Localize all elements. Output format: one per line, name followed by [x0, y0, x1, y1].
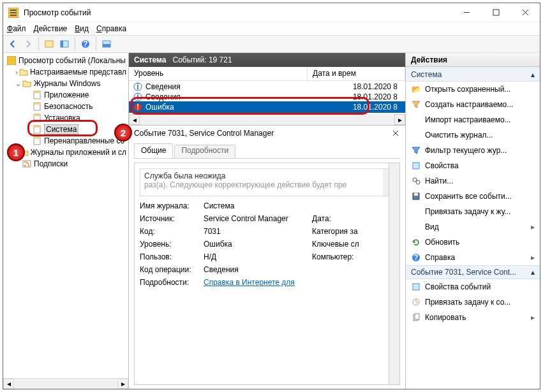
- event-message: Служба была неожида раз(а). Следующее ко…: [140, 168, 394, 196]
- svg-text:!: !: [137, 103, 139, 112]
- center-panel: Система Событий: 19 721 Уровень Дата и в…: [129, 53, 406, 389]
- svg-rect-23: [34, 126, 40, 127]
- col-date[interactable]: Дата и врем: [308, 67, 405, 80]
- subs-icon: [22, 159, 32, 169]
- svg-rect-40: [414, 193, 418, 196]
- svg-rect-1: [10, 10, 17, 11]
- tree-application[interactable]: Приложение: [5, 89, 126, 101]
- action-import-custom[interactable]: Импорт настраиваемо...: [406, 112, 540, 127]
- menu-help[interactable]: Справка: [96, 24, 126, 33]
- folder-open-icon: 📂: [411, 84, 421, 94]
- find-icon: [411, 176, 421, 186]
- svg-rect-2: [10, 12, 17, 13]
- actions-section-event[interactable]: Событие 7031, Service Cont...▴: [406, 265, 540, 279]
- tree-custom-views[interactable]: › Настраиваемые представл: [5, 66, 126, 78]
- event-list: Уровень Дата и врем i Сведения 18.01.202…: [129, 67, 405, 126]
- action-view[interactable]: Вид▸: [406, 219, 540, 235]
- svg-rect-10: [61, 41, 63, 47]
- forward-button[interactable]: [21, 37, 35, 51]
- show-hide-tree-button[interactable]: [42, 37, 56, 51]
- action-event-properties[interactable]: Свойства событий: [406, 279, 540, 294]
- collapse-icon: ▴: [531, 268, 535, 277]
- log-icon: [32, 124, 42, 134]
- menu-action[interactable]: Действие: [34, 24, 68, 33]
- action-attach-task[interactable]: Привязать задачу к жу...: [406, 204, 540, 219]
- action-create-custom[interactable]: Создать настраиваемо...: [406, 97, 540, 112]
- expand-icon[interactable]: ›: [14, 68, 19, 76]
- menubar: Файл Действие Вид Справка: [3, 22, 540, 35]
- callout-badge-1: 1: [7, 143, 25, 161]
- callout-badge-2: 2: [114, 124, 132, 142]
- svg-rect-14: [103, 44, 110, 47]
- action-save-all[interactable]: Сохранить все событи...: [406, 189, 540, 204]
- action-properties[interactable]: Свойства: [406, 158, 540, 173]
- menu-view[interactable]: Вид: [75, 24, 89, 33]
- tree-windows-logs[interactable]: ⌄ Журналы Windows: [5, 78, 126, 89]
- log-icon: [32, 101, 42, 112]
- action-refresh[interactable]: Обновить: [406, 235, 540, 250]
- col-level[interactable]: Уровень: [129, 67, 308, 80]
- action-open-saved[interactable]: 📂Открыть сохраненный...: [406, 82, 540, 97]
- filter-new-icon: [411, 99, 421, 110]
- online-help-link[interactable]: Справка в Интернете для: [204, 278, 295, 287]
- close-button[interactable]: [510, 3, 540, 22]
- list-h-scroll[interactable]: ◂▸: [129, 114, 405, 125]
- blank-icon: [411, 222, 421, 232]
- tab-general[interactable]: Общие: [134, 143, 173, 158]
- log-icon: [32, 136, 42, 146]
- svg-text:i: i: [137, 92, 138, 101]
- action-copy[interactable]: Копировать▸: [406, 310, 540, 325]
- svg-rect-19: [34, 103, 40, 105]
- svg-text:?: ?: [83, 40, 87, 48]
- svg-rect-3: [10, 15, 17, 16]
- back-button[interactable]: [6, 37, 20, 51]
- collapse-icon: ▴: [531, 70, 535, 79]
- tree-security[interactable]: Безопасность: [5, 101, 126, 112]
- tree-forwarded[interactable]: Перенаправленные со: [5, 135, 126, 147]
- actions-header: Действия: [406, 53, 540, 67]
- action-filter[interactable]: Фильтр текущего жур...: [406, 143, 540, 158]
- log-icon: [32, 90, 42, 100]
- action-find[interactable]: Найти...: [406, 173, 540, 189]
- folder-open-icon: [22, 78, 32, 89]
- center-header: Система Событий: 19 721: [129, 53, 405, 67]
- blank-icon: [411, 207, 421, 217]
- tree-root[interactable]: Просмотр событий (Локальны: [5, 55, 126, 66]
- list-row[interactable]: i Сведения 18.01.2020 8: [129, 81, 405, 92]
- filter-icon: [411, 145, 421, 156]
- tree-h-scroll[interactable]: ◂▸: [3, 378, 128, 389]
- task-icon: [411, 297, 421, 307]
- save-icon: [411, 191, 421, 201]
- copy-icon: [411, 312, 421, 323]
- help-button[interactable]: ?: [78, 37, 93, 51]
- list-row[interactable]: i Сведения 18.01.2020 8: [129, 92, 405, 101]
- svg-rect-25: [34, 137, 40, 139]
- actions-panel: Действия Система▴ 📂Открыть сохраненный..…: [406, 53, 540, 389]
- svg-rect-46: [415, 314, 419, 319]
- refresh-icon: [411, 237, 421, 247]
- tree-system[interactable]: Система: [5, 124, 126, 135]
- help-icon: ?: [411, 252, 421, 263]
- preview-pane-button[interactable]: [100, 37, 114, 51]
- action-attach-task-event[interactable]: Привязать задачу к со...: [406, 294, 540, 310]
- actions-section-system[interactable]: Система▴: [406, 68, 540, 82]
- maximize-button[interactable]: [481, 3, 510, 22]
- properties-button[interactable]: [57, 37, 71, 51]
- collapse-icon[interactable]: ⌄: [14, 80, 22, 88]
- action-clear-log[interactable]: Очистить журнал...: [406, 127, 540, 143]
- svg-rect-43: [413, 284, 419, 290]
- center-title: Система: [134, 55, 167, 64]
- close-detail-button[interactable]: [391, 129, 400, 138]
- menu-file[interactable]: Файл: [7, 24, 26, 33]
- tab-details[interactable]: Подробности: [174, 145, 235, 158]
- detail-title: Событие 7031, Service Control Manager: [134, 129, 274, 138]
- minimize-button[interactable]: [452, 3, 481, 22]
- detail-scroll[interactable]: [389, 163, 399, 384]
- eventviewer-icon: [6, 55, 17, 66]
- action-help[interactable]: ?Справка▸: [406, 250, 540, 265]
- tree-subscriptions[interactable]: Подписки: [5, 158, 126, 170]
- tree-setup[interactable]: Установка: [5, 112, 126, 124]
- list-header[interactable]: Уровень Дата и врем: [129, 67, 405, 81]
- list-row-selected[interactable]: ! Ошибка 18.01.2020 8: [129, 101, 405, 113]
- svg-rect-17: [34, 91, 40, 93]
